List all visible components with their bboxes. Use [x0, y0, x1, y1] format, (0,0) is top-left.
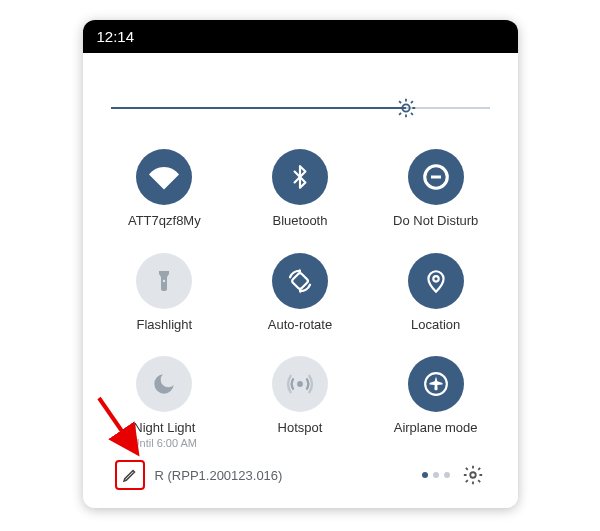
- pencil-icon: [121, 466, 139, 484]
- settings-button[interactable]: [460, 462, 486, 488]
- slider-fill: [111, 107, 407, 109]
- svg-line-7: [399, 113, 401, 115]
- svg-point-16: [470, 472, 476, 478]
- page-dot: [433, 472, 439, 478]
- flashlight-icon: [136, 253, 192, 309]
- svg-line-8: [411, 101, 413, 103]
- airplane-icon: [408, 356, 464, 412]
- rotate-icon: [272, 253, 328, 309]
- tile-label: Airplane mode: [394, 420, 478, 436]
- gear-icon: [462, 464, 484, 486]
- page-dot: [444, 472, 450, 478]
- svg-line-5: [399, 101, 401, 103]
- tile-sublabel: Until 6:00 AM: [132, 436, 197, 450]
- hotspot-icon: [272, 356, 328, 412]
- wifi-icon: [136, 149, 192, 205]
- tile-label: Bluetooth: [273, 213, 328, 229]
- svg-point-0: [402, 104, 409, 111]
- tile-label: Night Light: [133, 420, 195, 436]
- quick-settings-panel: ATT7qzf8My Bluetooth Do Not Disturb: [83, 57, 518, 508]
- svg-point-11: [163, 279, 165, 281]
- svg-rect-12: [291, 272, 309, 290]
- edit-tiles-button[interactable]: [115, 460, 145, 490]
- page-indicator[interactable]: [422, 472, 450, 478]
- bluetooth-icon: [272, 149, 328, 205]
- tile-label: ATT7qzf8My: [128, 213, 201, 229]
- tile-label: Flashlight: [137, 317, 193, 333]
- tile-flashlight[interactable]: Flashlight: [107, 253, 223, 333]
- status-bar: 12:14: [83, 20, 518, 53]
- phone-frame: 12:14: [83, 20, 518, 508]
- build-label: R (RPP1.200123.016): [155, 468, 382, 483]
- tile-night-light[interactable]: Night Light Until 6:00 AM: [107, 356, 223, 450]
- svg-line-6: [411, 113, 413, 115]
- tile-airplane[interactable]: Airplane mode: [378, 356, 494, 450]
- location-icon: [408, 253, 464, 309]
- tile-wifi[interactable]: ATT7qzf8My: [107, 149, 223, 229]
- tile-label: Location: [411, 317, 460, 333]
- tile-dnd[interactable]: Do Not Disturb: [378, 149, 494, 229]
- tile-label: Hotspot: [278, 420, 323, 436]
- brightness-slider[interactable]: [111, 93, 490, 123]
- dnd-icon: [408, 149, 464, 205]
- tile-hotspot[interactable]: Hotspot: [242, 356, 358, 450]
- tile-label: Do Not Disturb: [393, 213, 478, 229]
- tile-auto-rotate[interactable]: Auto-rotate: [242, 253, 358, 333]
- tile-location[interactable]: Location: [378, 253, 494, 333]
- moon-icon: [136, 356, 192, 412]
- tile-label: Auto-rotate: [268, 317, 332, 333]
- brightness-thumb-icon[interactable]: [395, 97, 417, 119]
- svg-point-14: [297, 381, 303, 387]
- tiles-grid: ATT7qzf8My Bluetooth Do Not Disturb: [101, 149, 500, 450]
- tile-bluetooth[interactable]: Bluetooth: [242, 149, 358, 229]
- page-dot: [422, 472, 428, 478]
- panel-footer: R (RPP1.200123.016): [101, 450, 500, 500]
- svg-point-13: [433, 276, 438, 281]
- clock-time: 12:14: [97, 28, 135, 45]
